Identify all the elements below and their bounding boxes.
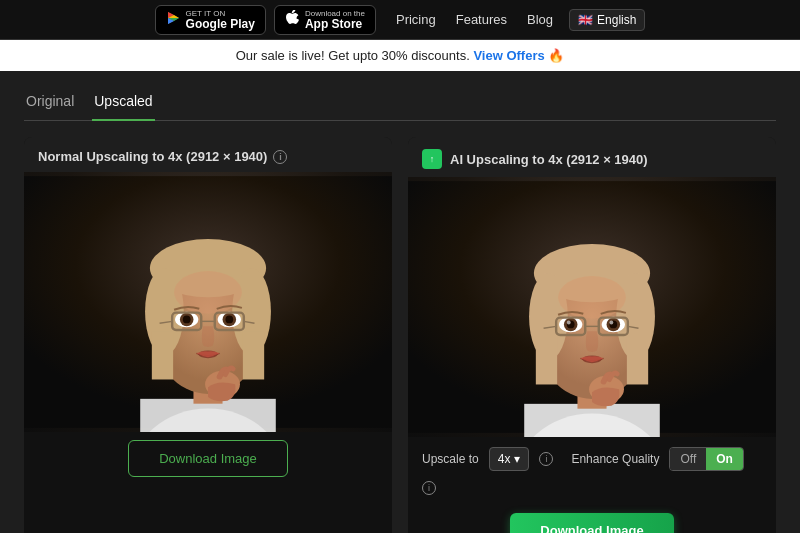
flag-icon: 🇬🇧 [578,13,593,27]
svg-rect-31 [524,404,660,437]
enhance-toggle: Off On [669,447,743,471]
features-link[interactable]: Features [456,12,507,27]
svg-rect-38 [627,336,648,384]
svg-point-47 [609,321,613,325]
upscale-value: 4x [498,452,511,466]
svg-point-21 [225,316,233,324]
nav-links: Pricing Features Blog [396,12,553,27]
info-icon-enhance[interactable]: i [422,481,436,495]
app-store-button[interactable]: Download on the App Store [274,5,376,35]
svg-rect-14 [243,331,264,379]
right-download-button[interactable]: Download Image [510,513,673,533]
svg-rect-7 [140,399,276,432]
left-download-row: Download Image [24,432,392,491]
normal-upscaling-panel: Normal Upscaling to 4x (2912 × 1940) i [24,137,392,533]
google-play-text: GET IT ON Google Play [186,10,255,30]
enhance-label: Enhance Quality [571,452,659,466]
language-label: English [597,13,636,27]
tab-original[interactable]: Original [24,87,76,121]
info-icon-left[interactable]: i [273,150,287,164]
upscale-select[interactable]: 4x ▾ [489,447,530,471]
chevron-down-icon: ▾ [514,452,520,466]
sale-banner: Our sale is live! Get upto 30% discounts… [0,40,800,71]
right-image-container [408,177,776,437]
sale-text: Our sale is live! Get upto 30% discounts… [236,48,470,63]
left-portrait-svg [24,172,392,432]
toggle-on-button[interactable]: On [706,448,743,470]
upscale-label: Upscale to [422,452,479,466]
right-download-row: Download Image ☝ [408,505,776,533]
left-image-container [24,172,392,432]
tab-upscaled[interactable]: Upscaled [92,87,154,121]
blog-link[interactable]: Blog [527,12,553,27]
apple-icon [285,10,299,29]
svg-point-20 [183,316,191,324]
image-panels: Normal Upscaling to 4x (2912 × 1940) i [24,137,776,533]
svg-rect-13 [152,331,173,379]
toggle-off-button[interactable]: Off [670,448,706,470]
info-icon-upscale[interactable]: i [539,452,553,466]
tabs-container: Original Upscaled [24,87,776,121]
main-content: Original Upscaled Normal Upscaling to 4x… [0,71,800,533]
google-play-icon [166,11,180,28]
left-download-button[interactable]: Download Image [128,440,288,477]
pricing-link[interactable]: Pricing [396,12,436,27]
view-offers-link[interactable]: View Offers 🔥 [473,48,564,63]
svg-rect-37 [536,336,557,384]
ai-upscaling-panel: ↑ AI Upscaling to 4x (2912 × 1940) [408,137,776,533]
svg-point-46 [567,321,571,325]
controls-row: Upscale to 4x ▾ i Enhance Quality Off On… [408,437,776,505]
language-selector[interactable]: 🇬🇧 English [569,9,645,31]
app-store-text: Download on the App Store [305,10,365,30]
ai-badge-icon: ↑ [422,149,442,169]
right-portrait-svg [408,177,776,437]
google-play-button[interactable]: GET IT ON Google Play [155,5,266,35]
right-panel-header: ↑ AI Upscaling to 4x (2912 × 1940) [408,137,776,177]
left-panel-title: Normal Upscaling to 4x (2912 × 1940) [38,149,267,164]
right-panel-title: AI Upscaling to 4x (2912 × 1940) [450,152,648,167]
left-panel-header: Normal Upscaling to 4x (2912 × 1940) i [24,137,392,172]
top-navigation: GET IT ON Google Play Download on the Ap… [0,0,800,40]
